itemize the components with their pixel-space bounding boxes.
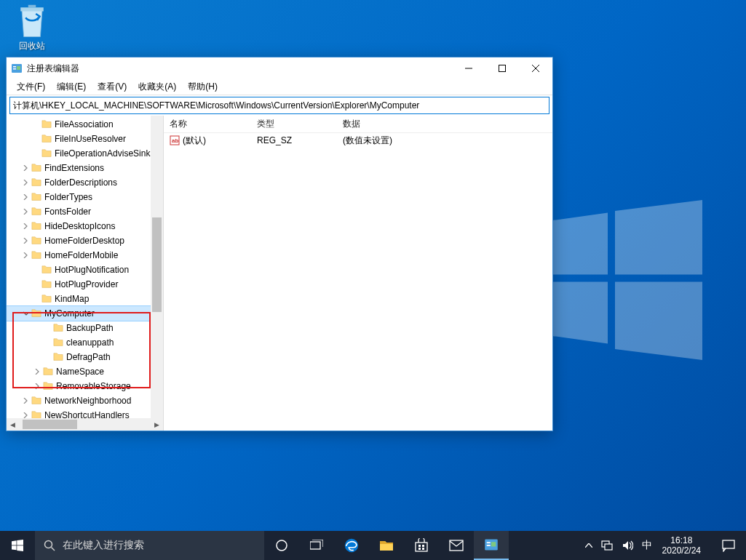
tree-scrollbar-vertical[interactable] [151, 116, 163, 418]
menu-help[interactable]: 帮助(H) [182, 79, 223, 95]
cortana-button[interactable] [264, 531, 299, 560]
tree-item-hidedesktopicons[interactable]: HideDesktopIcons [7, 219, 163, 233]
tree-item-defragpath[interactable]: DefragPath [7, 350, 163, 364]
expander-icon[interactable] [21, 412, 30, 418]
taskbar-app-store[interactable] [404, 531, 439, 560]
tree-item-removablestorage[interactable]: RemovableStorage [7, 379, 163, 393]
tray-chevron-up-icon[interactable] [581, 531, 597, 560]
tree-item-homefolderdesktop[interactable]: HomeFolderDesktop [7, 233, 163, 248]
tree-item-fontsfolder[interactable]: FontsFolder [7, 204, 163, 219]
tree-item-foldertypes[interactable]: FolderTypes [7, 190, 163, 204]
expander-icon[interactable] [21, 180, 30, 185]
tree-item-label: HotPlugProvider [55, 277, 118, 292]
tree-item-networkneighborhood[interactable]: NetworkNeighborhood [7, 393, 163, 408]
registry-tree[interactable]: FileAssociationFileInUseResolverFileOper… [7, 116, 163, 418]
tree-item-label: KindMap [55, 292, 89, 306]
start-button[interactable] [0, 531, 35, 560]
menu-edit[interactable]: 编辑(E) [51, 79, 92, 95]
svg-line-11 [52, 548, 55, 551]
menubar: 文件(F) 编辑(E) 查看(V) 收藏夹(A) 帮助(H) [7, 79, 552, 95]
taskbar-app-edge[interactable] [334, 531, 369, 560]
search-box[interactable]: 在此键入进行搜索 [35, 531, 264, 560]
tree-item-fileinuseresolver[interactable]: FileInUseResolver [7, 132, 163, 146]
taskbar-app-regedit[interactable] [474, 531, 509, 560]
svg-rect-18 [418, 545, 421, 547]
svg-rect-21 [422, 548, 424, 550]
svg-rect-24 [487, 542, 491, 543]
expander-icon[interactable] [21, 165, 30, 171]
minimize-button[interactable] [452, 57, 485, 79]
address-input[interactable] [10, 99, 549, 112]
svg-rect-22 [450, 540, 463, 551]
tree-item-folderdescriptions[interactable]: FolderDescriptions [7, 175, 163, 190]
action-center-button[interactable] [711, 531, 746, 560]
tree-item-hotplugnotification[interactable]: HotPlugNotification [7, 263, 163, 277]
expander-icon[interactable] [21, 398, 30, 404]
recycle-bin-icon[interactable]: 回收站 [10, 4, 54, 52]
tray-ime-indicator[interactable]: 中 [638, 531, 656, 560]
menu-favorites[interactable]: 收藏夹(A) [132, 79, 182, 95]
expander-icon[interactable] [21, 223, 30, 229]
tree-item-kindmap[interactable]: KindMap [7, 292, 163, 306]
expander-icon[interactable] [21, 194, 30, 200]
tree-item-label: HomeFolderDesktop [44, 233, 124, 248]
tree-item-mycomputer[interactable]: MyComputer [7, 306, 163, 321]
tray-volume-icon[interactable] [617, 531, 638, 560]
svg-rect-25 [487, 545, 491, 546]
system-tray: 中 16:18 2020/2/24 [576, 531, 711, 560]
titlebar[interactable]: 注册表编辑器 [7, 57, 552, 79]
tree-item-label: RemovableStorage [56, 379, 131, 393]
svg-rect-20 [418, 548, 421, 550]
svg-rect-26 [491, 542, 496, 546]
list-header[interactable]: 名称 类型 数据 [164, 116, 552, 133]
list-body[interactable]: ab(默认)REG_SZ(数值未设置) [164, 133, 552, 431]
regedit-icon [11, 63, 23, 74]
folder-icon [31, 396, 41, 406]
svg-point-12 [277, 540, 287, 551]
tree-item-namespace[interactable]: NameSpace [7, 364, 163, 379]
tree-item-fileassociation[interactable]: FileAssociation [7, 117, 163, 132]
menu-view[interactable]: 查看(V) [92, 79, 132, 95]
svg-rect-5 [499, 65, 506, 72]
tree-item-label: BackupPath [66, 321, 114, 335]
list-header-name[interactable]: 名称 [164, 118, 251, 130]
taskbar-app-mail[interactable] [439, 531, 474, 560]
tray-clock[interactable]: 16:18 2020/2/24 [656, 535, 707, 556]
list-header-type[interactable]: 类型 [251, 118, 337, 130]
svg-point-10 [45, 541, 52, 548]
svg-rect-28 [605, 544, 612, 550]
task-view-button[interactable] [299, 531, 334, 560]
reg-string-icon: ab [170, 135, 180, 145]
folder-icon [31, 163, 41, 173]
tree-item-hotplugprovider[interactable]: HotPlugProvider [7, 277, 163, 292]
maximize-button[interactable] [485, 57, 519, 79]
expander-icon[interactable] [21, 209, 30, 215]
svg-rect-13 [310, 542, 320, 549]
menu-file[interactable]: 文件(F) [11, 79, 51, 95]
tree-item-fileoperationadvisesinks[interactable]: FileOperationAdviseSinks [7, 146, 163, 161]
tree-item-newshortcuthandlers[interactable]: NewShortcutHandlers [7, 408, 163, 418]
tree-item-cleanuppath[interactable]: cleanuppath [7, 335, 163, 350]
tree-item-backuppath[interactable]: BackupPath [7, 321, 163, 335]
close-button[interactable] [519, 57, 552, 79]
folder-icon [43, 367, 53, 377]
tree-item-findextensions[interactable]: FindExtensions [7, 161, 163, 175]
expander-icon[interactable] [21, 238, 30, 244]
tree-item-homefoldermobile[interactable]: HomeFolderMobile [7, 248, 163, 263]
taskbar-app-file-explorer[interactable] [369, 531, 404, 560]
expander-icon[interactable] [21, 311, 30, 316]
tree-item-label: FindExtensions [44, 161, 104, 175]
list-row[interactable]: ab(默认)REG_SZ(数值未设置) [164, 133, 552, 148]
expander-icon[interactable] [33, 383, 41, 389]
expander-icon[interactable] [21, 252, 30, 258]
list-cell-type: REG_SZ [251, 135, 337, 145]
folder-icon [41, 294, 52, 304]
list-header-data[interactable]: 数据 [337, 118, 552, 130]
window-title: 注册表编辑器 [27, 63, 452, 75]
tree-scrollbar-horizontal[interactable]: ◀▶ [7, 418, 163, 431]
search-icon [44, 540, 55, 551]
expander-icon[interactable] [33, 369, 41, 375]
tray-network-icon[interactable] [597, 531, 617, 560]
folder-icon [41, 119, 52, 129]
folder-icon [31, 308, 41, 319]
